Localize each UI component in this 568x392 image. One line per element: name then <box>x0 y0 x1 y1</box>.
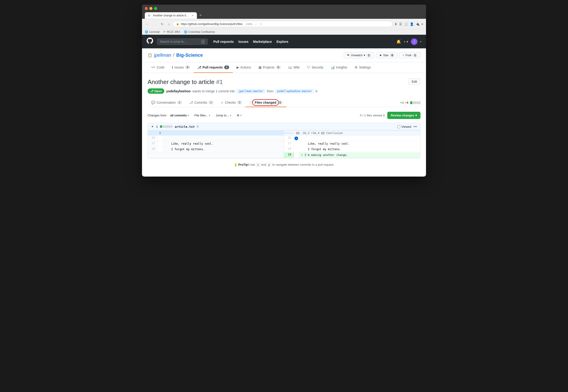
bar-empty-4 <box>168 126 170 128</box>
address-bar[interactable]: 🔒 https://github.com/jpellman/Big-Scienc… <box>173 21 392 27</box>
all-commits-dropdown[interactable]: all commits ▾ <box>168 113 191 118</box>
download-icon[interactable]: ⬇ <box>394 22 397 26</box>
new-tab-button[interactable]: + <box>197 13 204 18</box>
repo-owner-link[interactable]: jpellman <box>154 53 171 58</box>
jump-to-caret: ▾ <box>230 114 231 117</box>
back-button[interactable]: ← <box>145 22 150 27</box>
add-line-16-button[interactable]: + <box>294 137 298 140</box>
code-right-17: Like, really really cool. <box>299 141 420 146</box>
bar-empty-3 <box>166 126 168 128</box>
unwatch-button[interactable]: 👁 Unwatch ▾ 1 <box>344 52 374 58</box>
create-new-button[interactable]: + ▾ <box>404 40 408 43</box>
settings-caret: ▾ <box>240 114 242 117</box>
tab-settings[interactable]: ⚙ Settings <box>351 62 374 73</box>
menu-icon[interactable]: ≡ <box>421 22 423 26</box>
security-icon: 🔒 <box>176 22 179 26</box>
github-logo[interactable] <box>147 38 153 46</box>
diff-more-button[interactable]: ••• <box>414 125 417 128</box>
tab-insights[interactable]: 📊 Insights <box>327 62 351 73</box>
key-p: p <box>267 163 271 167</box>
commits-count: 1 <box>209 101 213 104</box>
pr-tab-files-changed[interactable]: 📄 Files changed 1 <box>246 98 286 107</box>
review-changes-caret: ▾ <box>415 114 417 117</box>
pr-status-badge: ⎇ Open <box>148 88 164 94</box>
active-tab[interactable]: ⊙ Another change to article by yo ✕ <box>145 12 197 19</box>
bookmark-label: Columbia Confluence <box>188 30 215 34</box>
tab-issues[interactable]: ℹ Issues 0 <box>168 62 194 73</box>
reading-list-icon[interactable]: ☰ <box>399 22 402 26</box>
notifications-bell[interactable]: 🔔 <box>396 39 401 44</box>
star-button[interactable]: ★ Star 0 <box>376 52 398 58</box>
nav-pull-requests[interactable]: Pull requests <box>213 40 234 43</box>
reader-view-icon[interactable]: ⬜ <box>404 22 408 26</box>
tab-actions[interactable]: ▶ Actions <box>233 62 255 73</box>
bookmark-rczi-jira[interactable]: 🏳 RCZI JIRA <box>163 30 180 34</box>
tab-wiki[interactable]: 📖 Wiki <box>284 62 303 73</box>
file-filter-dropdown[interactable]: File filter... ▾ <box>193 113 212 118</box>
protip-suffix: to navigate between commits in a pull re… <box>272 163 334 166</box>
tab-close-button[interactable]: ✕ <box>192 14 194 17</box>
user-avatar[interactable]: J <box>411 38 418 45</box>
copy-branch-icon[interactable]: ⎘ <box>315 89 317 93</box>
tab-pull-requests[interactable]: ⎇ Pull requests 1 <box>194 62 233 73</box>
diff-stats: +1 −0 <box>400 101 420 104</box>
pr-head-ref[interactable]: yodellayheehoo:master <box>275 89 314 93</box>
line-num-right-16: 16 <box>284 136 294 141</box>
bookmark-icon[interactable]: ☆ <box>259 22 262 26</box>
fork-count: 1 <box>413 54 418 57</box>
projects-tab-label: Projects <box>263 66 275 69</box>
nav-issues[interactable]: Issues <box>238 40 249 43</box>
code-right-18: I forgot my mittens. <box>299 147 420 152</box>
minimize-button[interactable] <box>149 7 152 10</box>
repo-breadcrumb: 📋 jpellman / Big-Science <box>148 53 203 58</box>
close-button[interactable] <box>145 7 148 10</box>
user-menu-caret[interactable]: ▾ <box>420 40 421 43</box>
tab-code[interactable]: </> Code <box>148 62 168 73</box>
home-button[interactable]: ⌂ <box>166 22 171 27</box>
diff-bar-empty-3 <box>417 101 418 104</box>
pr-tab-checks[interactable]: ✓ Checks 0 <box>217 98 246 107</box>
reload-button[interactable]: ↻ <box>160 22 165 27</box>
extensions-icon[interactable]: 🔌 <box>416 22 419 26</box>
github-nav: Pull requests Issues Marketplace Explore <box>213 40 288 43</box>
pr-status-icon: ⎇ <box>150 89 153 93</box>
insights-icon: 📊 <box>331 66 335 69</box>
nav-explore[interactable]: Explore <box>276 40 288 43</box>
viewed-checkbox-input[interactable] <box>397 125 400 128</box>
hunk-expand-icon[interactable]: ⇕ <box>158 131 163 135</box>
security-tab-icon: 🛡 <box>307 66 310 69</box>
code-left-19 <box>162 153 284 158</box>
tab-security[interactable]: 🛡 Security <box>303 62 327 73</box>
files-viewed-info[interactable]: ℹ <box>383 114 385 117</box>
bookmark-lionmail[interactable]: 🌐 Lionmail <box>145 30 160 34</box>
nav-marketplace[interactable]: Marketplace <box>253 40 272 43</box>
fork-button[interactable]: ⑂ Fork 1 <box>399 52 420 58</box>
pr-tab-conversation[interactable]: 💬 Conversation 1 <box>148 98 186 107</box>
pr-base-ref[interactable]: jpellman:master <box>237 89 265 93</box>
profile-icon[interactable]: 👤 <box>410 22 414 26</box>
pr-tab-commits[interactable]: ⎇ Commits 1 <box>186 98 217 107</box>
search-bar[interactable]: Search or jump to... / <box>157 38 208 45</box>
search-shortcut: / <box>201 40 205 43</box>
bookmark-columbia-confluence[interactable]: 🌐 Columbia Confluence <box>184 30 215 34</box>
repo-name-link[interactable]: Big-Science <box>176 53 203 58</box>
star-label: Star <box>383 54 389 57</box>
changes-from-label: Changes from <box>148 114 166 117</box>
edit-button[interactable]: Edit <box>408 78 420 85</box>
settings-dropdown[interactable]: ⚙ ▾ <box>235 113 243 118</box>
diff-additions: +1 <box>400 101 404 104</box>
tab-projects[interactable]: ▦ Projects 0 <box>255 62 284 73</box>
diff-right-16: 16 + <box>284 136 420 141</box>
line-num-left-19 <box>148 153 158 158</box>
repo-header: 📋 jpellman / Big-Science 👁 Unwatch ▾ 1 ★… <box>142 48 426 62</box>
maximize-button[interactable] <box>154 7 157 10</box>
forward-button[interactable]: → <box>152 22 158 27</box>
jump-to-dropdown[interactable]: Jump to... ▾ <box>214 113 233 118</box>
key-n: n <box>256 163 260 167</box>
collapse-button[interactable]: ▼ <box>151 125 154 128</box>
diff-split-view: ⇕ @@ -16,3 +16,4 @@ Conclusion 16 <box>148 130 420 158</box>
review-changes-button[interactable]: Review changes ▾ <box>387 112 420 119</box>
projects-count: 0 <box>276 66 281 69</box>
add-btn-16-right[interactable]: + <box>294 136 299 141</box>
copy-filename-button[interactable]: ⎘ <box>197 125 198 128</box>
